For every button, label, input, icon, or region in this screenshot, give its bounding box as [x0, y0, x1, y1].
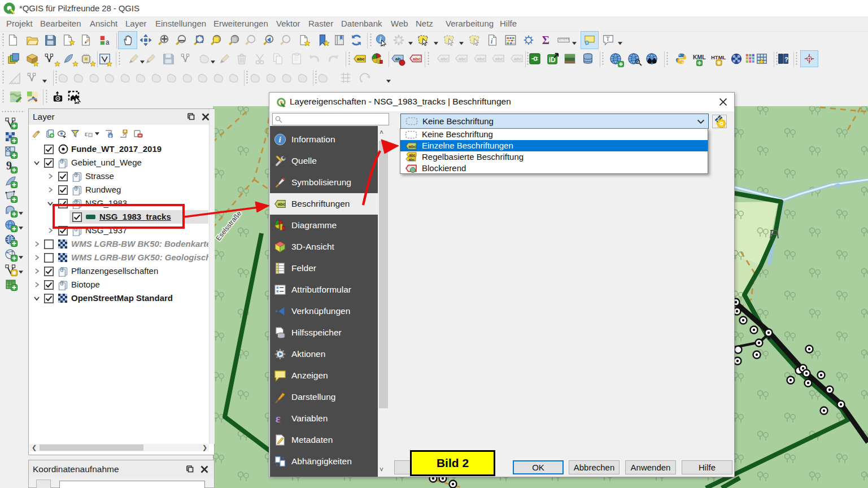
- svg-text:abc: abc: [440, 56, 448, 62]
- svg-text:abc: abc: [459, 56, 466, 62]
- svg-text:a: a: [106, 38, 110, 46]
- svg-text:abc: abc: [409, 144, 417, 149]
- svg-text:abc: abc: [409, 158, 416, 162]
- svg-text:abc: abc: [477, 56, 485, 62]
- svg-text:ε: ε: [276, 412, 281, 425]
- svg-text:i: i: [491, 37, 493, 45]
- svg-text:ε: ε: [85, 129, 88, 138]
- svg-text:abc: abc: [278, 202, 286, 207]
- svg-text:i: i: [279, 136, 281, 144]
- svg-text:abc: abc: [514, 56, 522, 62]
- svg-text:abc: abc: [413, 56, 421, 62]
- svg-text:abc: abc: [495, 56, 503, 62]
- svg-text:abc: abc: [409, 153, 416, 157]
